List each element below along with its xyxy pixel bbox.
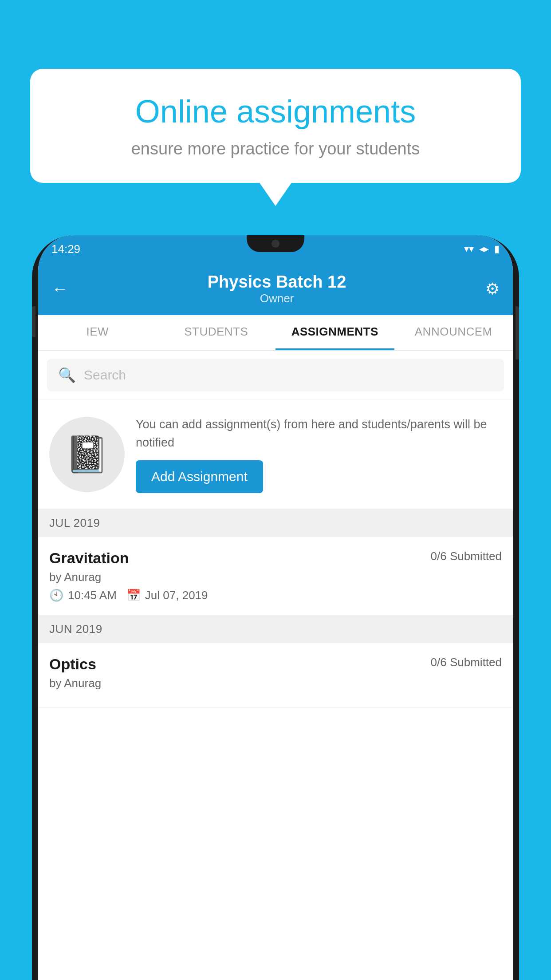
add-assignment-button[interactable]: Add Assignment [136, 460, 263, 493]
volume-button-left [32, 306, 35, 337]
clock-icon: 🕙 [49, 589, 63, 602]
header-title: Physics Batch 12 [68, 273, 485, 292]
assignment-meta: 🕙 10:45 AM 📅 Jul 07, 2019 [49, 589, 502, 602]
assignment-submitted-optics: 0/6 Submitted [431, 656, 502, 669]
search-icon: 🔍 [58, 367, 76, 383]
assignment-top-row-optics: Optics 0/6 Submitted [49, 656, 502, 673]
assignment-name-optics: Optics [49, 656, 96, 673]
search-bar[interactable]: 🔍 Search [47, 359, 504, 391]
status-time: 14:29 [51, 242, 80, 256]
tab-overview[interactable]: IEW [38, 315, 157, 350]
header-center: Physics Batch 12 Owner [68, 273, 485, 305]
phone-screen: 14:29 ▾▾ ◂▸ ▮ ← Physics Batch 12 Owner ⚙… [38, 235, 513, 980]
speech-bubble-container: Online assignments ensure more practice … [30, 69, 521, 183]
back-button[interactable]: ← [51, 280, 68, 299]
assignment-item-optics[interactable]: Optics 0/6 Submitted by Anurag [38, 643, 513, 707]
month-header-jun: JUN 2019 [38, 615, 513, 643]
power-button-right [516, 306, 519, 360]
status-icons: ▾▾ ◂▸ ▮ [464, 243, 500, 255]
status-bar: 14:29 ▾▾ ◂▸ ▮ [38, 235, 513, 263]
assignment-item-gravitation[interactable]: Gravitation 0/6 Submitted by Anurag 🕙 10… [38, 537, 513, 615]
tab-assignments[interactable]: ASSIGNMENTS [276, 315, 394, 350]
assignment-by: by Anurag [49, 570, 502, 584]
search-container: 🔍 Search [38, 351, 513, 400]
speech-bubble: Online assignments ensure more practice … [30, 69, 521, 183]
tab-announcements[interactable]: ANNOUNCEM [394, 315, 513, 350]
promo-section: 📓 You can add assignment(s) from here an… [38, 400, 513, 509]
tab-students[interactable]: STUDENTS [157, 315, 276, 350]
bubble-title: Online assignments [61, 93, 490, 130]
promo-icon-circle: 📓 [49, 417, 125, 492]
notebook-icon: 📓 [65, 434, 109, 475]
assignment-by-optics: by Anurag [49, 676, 502, 690]
phone-frame: 14:29 ▾▾ ◂▸ ▮ ← Physics Batch 12 Owner ⚙… [32, 235, 519, 980]
tabs-container: IEW STUDENTS ASSIGNMENTS ANNOUNCEM [38, 315, 513, 351]
promo-content: You can add assignment(s) from here and … [136, 415, 502, 493]
camera [272, 240, 279, 248]
app-header: ← Physics Batch 12 Owner ⚙ [38, 263, 513, 315]
assignment-date: 📅 Jul 07, 2019 [126, 589, 208, 602]
notch [247, 235, 304, 252]
calendar-icon: 📅 [126, 589, 141, 602]
header-subtitle: Owner [68, 292, 485, 305]
assignment-submitted: 0/6 Submitted [431, 549, 502, 563]
signal-icon: ◂▸ [479, 243, 489, 255]
assignment-name: Gravitation [49, 549, 129, 567]
assignment-time: 🕙 10:45 AM [49, 589, 117, 602]
assignment-top-row: Gravitation 0/6 Submitted [49, 549, 502, 567]
bubble-subtitle: ensure more practice for your students [61, 139, 490, 158]
search-placeholder: Search [84, 368, 126, 383]
promo-description: You can add assignment(s) from here and … [136, 415, 502, 451]
assignment-date-value: Jul 07, 2019 [145, 589, 208, 602]
month-header-jul: JUL 2019 [38, 509, 513, 537]
assignment-time-value: 10:45 AM [68, 589, 117, 602]
wifi-icon: ▾▾ [464, 243, 474, 255]
battery-icon: ▮ [494, 243, 500, 255]
settings-button[interactable]: ⚙ [485, 280, 500, 298]
